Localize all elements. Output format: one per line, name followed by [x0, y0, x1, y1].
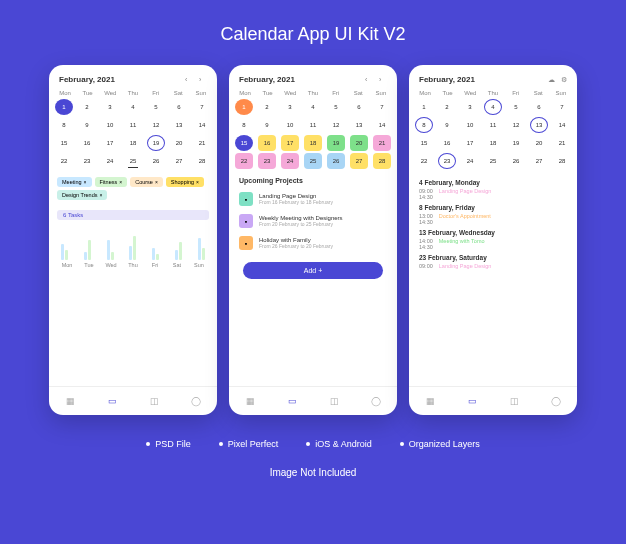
event-day-header: 13 February, Wednesday — [419, 229, 567, 236]
bullet-icon — [219, 442, 223, 446]
nav-profile-icon[interactable]: ◯ — [550, 395, 562, 407]
next-month-icon[interactable]: › — [379, 76, 387, 84]
event-time: 09:00 — [419, 263, 433, 269]
upcoming-projects-title: Upcoming Projects — [229, 171, 397, 188]
chart-bar — [111, 252, 114, 260]
project-icon: ▪ — [239, 236, 253, 250]
tag-meeting[interactable]: Meeting × — [57, 177, 92, 187]
calendar-header: February, 2021 ☁ ⚙ — [409, 65, 577, 90]
nav-document-icon[interactable]: ◫ — [508, 395, 520, 407]
project-icon: ▪ — [239, 214, 253, 228]
bottom-nav: ▦ ▭ ◫ ◯ — [49, 386, 217, 415]
nav-grid-icon[interactable]: ▦ — [244, 395, 256, 407]
bottom-nav: ▦ ▭ ◫ ◯ — [409, 386, 577, 415]
page-title: Calendar App UI Kit V2 — [220, 24, 405, 45]
chart-bar — [84, 252, 87, 260]
nav-grid-icon[interactable]: ▦ — [64, 395, 76, 407]
project-item[interactable]: ▪Weekly Meeting with DesignersFrom 20 Fe… — [229, 210, 397, 232]
project-dates: From 26 February to 20 February — [259, 243, 387, 249]
chart-bar — [179, 242, 182, 260]
chart-day-labels: MonTueWedThuFriSatSun — [49, 262, 217, 268]
tag-shopping[interactable]: Shopping × — [166, 177, 204, 187]
bullet-icon — [146, 442, 150, 446]
tag-fitness[interactable]: Fitness × — [95, 177, 128, 187]
project-item[interactable]: ▪Landing Page DesignFrom 16 February to … — [229, 188, 397, 210]
remove-tag-icon[interactable]: × — [155, 179, 158, 185]
nav-document-icon[interactable]: ◫ — [148, 395, 160, 407]
nav-document-icon[interactable]: ◫ — [328, 395, 340, 407]
chart-bar — [65, 250, 68, 260]
event-time: 14:0014:30 — [419, 238, 433, 250]
feature-item: Organized Layers — [400, 439, 480, 449]
tag-course[interactable]: Course × — [130, 177, 163, 187]
event-name: Doctor's Appointment — [439, 213, 491, 225]
nav-profile-icon[interactable]: ◯ — [190, 395, 202, 407]
prev-month-icon[interactable]: ‹ — [365, 76, 373, 84]
day-of-week-row: MonTueWedThuFriSatSun — [409, 90, 577, 96]
feature-label: Pixel Perfect — [228, 439, 279, 449]
feature-label: Organized Layers — [409, 439, 480, 449]
nav-calendar-icon[interactable]: ▭ — [466, 395, 478, 407]
chart-bar — [107, 240, 110, 260]
calendar-grid[interactable]: 1234567 891011121314 15161718192021 2223… — [409, 99, 577, 171]
chart-bar — [133, 236, 136, 260]
month-label: February, 2021 — [239, 75, 295, 84]
project-dates: From 16 February to 18 February — [259, 199, 387, 205]
day-of-week-row: MonTueWedThuFriSatSun — [229, 90, 397, 96]
feature-item: Pixel Perfect — [219, 439, 279, 449]
event-name: Landing Page Design — [439, 263, 492, 269]
nav-profile-icon[interactable]: ◯ — [370, 395, 382, 407]
calendar-header: February, 2021 ‹ › — [49, 65, 217, 90]
bullet-icon — [400, 442, 404, 446]
feature-item: PSD File — [146, 439, 191, 449]
event-name: Landing Page Design — [439, 188, 492, 200]
prev-month-icon[interactable]: ‹ — [185, 76, 193, 84]
nav-calendar-icon[interactable]: ▭ — [106, 395, 118, 407]
remove-tag-icon[interactable]: × — [119, 179, 122, 185]
event-item[interactable]: 13:0014:30Doctor's Appointment — [419, 213, 567, 225]
next-month-icon[interactable]: › — [199, 76, 207, 84]
nav-grid-icon[interactable]: ▦ — [424, 395, 436, 407]
event-name: Meeting with Tomo — [439, 238, 485, 250]
event-time: 09:0014:30 — [419, 188, 433, 200]
month-label: February, 2021 — [59, 75, 115, 84]
event-list: 4 February, Monday09:0014:30Landing Page… — [409, 171, 577, 273]
project-item[interactable]: ▪Holiday with FamilyFrom 26 February to … — [229, 232, 397, 254]
event-day-header: 23 February, Saturday — [419, 254, 567, 261]
feature-list: PSD FilePixel PerfectiOS & AndroidOrgani… — [146, 439, 480, 449]
chart-bar — [202, 248, 205, 260]
calendar-header: February, 2021 ‹ › — [229, 65, 397, 90]
calendar-grid[interactable]: 1234567 891011121314 15161718192021 2223… — [229, 99, 397, 171]
feature-label: PSD File — [155, 439, 191, 449]
day-of-week-row: MonTueWedThuFriSatSun — [49, 90, 217, 96]
add-button[interactable]: Add + — [243, 262, 383, 279]
bullet-icon — [306, 442, 310, 446]
settings-icon[interactable]: ⚙ — [561, 76, 567, 84]
remove-tag-icon[interactable]: × — [99, 192, 102, 198]
remove-tag-icon[interactable]: × — [84, 179, 87, 185]
chart-bar — [175, 250, 178, 260]
task-count-badge: 6 Tasks — [57, 210, 209, 220]
nav-calendar-icon[interactable]: ▭ — [286, 395, 298, 407]
phone-screen-2: February, 2021 ‹ › MonTueWedThuFriSatSun… — [229, 65, 397, 415]
project-dates: From 20 February to 25 February — [259, 221, 387, 227]
event-item[interactable]: 09:0014:30Landing Page Design — [419, 188, 567, 200]
tag-design-trends[interactable]: Design Trends × — [57, 190, 107, 200]
bottom-nav: ▦ ▭ ◫ ◯ — [229, 386, 397, 415]
event-item[interactable]: 09:00Landing Page Design — [419, 263, 567, 269]
month-label: February, 2021 — [419, 75, 475, 84]
tag-list: Meeting ×Fitness ×Course ×Shopping ×Desi… — [49, 171, 217, 206]
phone-screen-3: February, 2021 ☁ ⚙ MonTueWedThuFriSatSun… — [409, 65, 577, 415]
project-list: ▪Landing Page DesignFrom 16 February to … — [229, 188, 397, 254]
chart-bar — [61, 244, 64, 260]
event-item[interactable]: 14:0014:30Meeting with Tomo — [419, 238, 567, 250]
cloud-icon[interactable]: ☁ — [548, 76, 555, 84]
project-icon: ▪ — [239, 192, 253, 206]
feature-label: iOS & Android — [315, 439, 372, 449]
footnote: Image Not Included — [270, 467, 357, 478]
remove-tag-icon[interactable]: × — [196, 179, 199, 185]
event-day-header: 4 February, Monday — [419, 179, 567, 186]
phone-mockups: February, 2021 ‹ › MonTueWedThuFriSatSun… — [49, 65, 577, 415]
calendar-grid[interactable]: 1234567 891011121314 15161718192021 2223… — [49, 99, 217, 171]
event-day-header: 8 February, Friday — [419, 204, 567, 211]
